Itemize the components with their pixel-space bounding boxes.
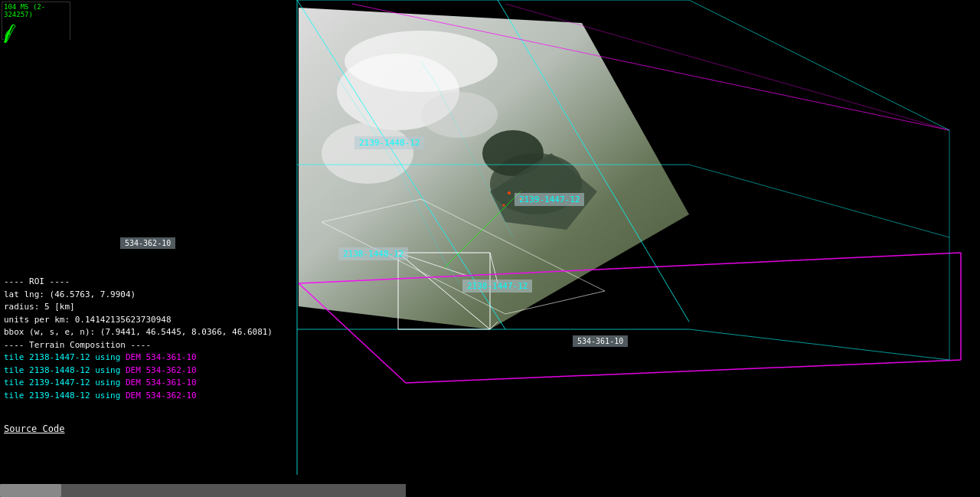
terrain-tile-row-0: tile 2138-1447-12 using DEM 534-361-10 (4, 351, 273, 365)
terrain-tile-cyan-0: tile 2138-1447-12 using (4, 352, 126, 362)
svg-line-30 (352, 4, 949, 130)
svg-marker-1 (299, 8, 689, 329)
svg-line-10 (498, 0, 689, 322)
svg-line-34 (689, 329, 949, 360)
svg-line-24 (322, 199, 421, 222)
terrain-tile-magenta-2: DEM 534-361-10 (126, 378, 197, 387)
svg-line-22 (322, 222, 505, 314)
tile-2139-1447-12-label: 2139-1447-12 (514, 193, 584, 206)
tile-2138-1447-12-label: 2138-1447-12 (462, 280, 532, 293)
info-panel: ---- ROI ---- lat lng: (46.5763, 7.9904)… (4, 276, 273, 402)
scrollbar-thumb[interactable] (0, 484, 61, 497)
terrain-tile-magenta-3: DEM 534-362-10 (126, 391, 197, 401)
svg-point-38 (503, 204, 505, 207)
perf-monitor: 104 MS (2-324257) (2, 2, 70, 40)
svg-line-25 (505, 291, 605, 314)
svg-point-36 (508, 191, 511, 195)
3d-scene-svg (0, 0, 980, 475)
terrain-tiles-list: tile 2138-1447-12 using DEM 534-361-10ti… (4, 351, 273, 402)
svg-point-4 (345, 31, 498, 92)
svg-line-21 (490, 322, 498, 329)
svg-line-14 (398, 253, 490, 329)
terrain-tile-cyan-3: tile 2139-1448-12 using (4, 391, 126, 401)
terrain-tile-magenta-0: DEM 534-361-10 (126, 352, 197, 362)
svg-line-33 (689, 165, 949, 237)
svg-marker-0 (299, 8, 689, 329)
dem-534-362-10-label: 534-362-10 (120, 237, 175, 249)
svg-point-3 (322, 123, 413, 184)
terrain-tile-cyan-2: tile 2139-1447-12 using (4, 378, 126, 387)
terrain-tile-row-3: tile 2139-1448-12 using DEM 534-362-10 (4, 390, 273, 403)
perf-graph (4, 20, 70, 46)
dem-534-361-10-label: 534-361-10 (573, 335, 628, 347)
tile-2139-1448-12-label: 2139-1448-12 (354, 136, 424, 149)
bbox: bbox (w, s, e, n): (7.9441, 46.5445, 8.0… (4, 326, 273, 339)
terrain-tile-magenta-1: DEM 534-362-10 (126, 365, 197, 375)
scrollbar[interactable] (0, 484, 406, 497)
roi-header: ---- ROI ---- (4, 276, 273, 289)
svg-marker-8 (490, 153, 597, 230)
svg-point-2 (337, 54, 459, 130)
units: units per km: 0.14142135623730948 (4, 314, 273, 327)
radius: radius: 5 [km] (4, 301, 273, 314)
tile-2138-1448-12-label: 2138-1448-12 (338, 247, 408, 260)
svg-line-23 (421, 199, 605, 291)
perf-title: 104 MS (2-324257) (2, 2, 70, 19)
source-code-link[interactable]: Source Code (4, 423, 64, 434)
terrain-tile-row-2: tile 2139-1447-12 using DEM 534-361-10 (4, 377, 273, 390)
terrain-tile-cyan-1: tile 2138-1448-12 using (4, 365, 126, 375)
svg-line-9 (297, 0, 505, 329)
svg-point-37 (520, 198, 522, 201)
svg-line-26 (299, 253, 961, 283)
svg-line-31 (505, 4, 949, 130)
svg-line-32 (689, 0, 949, 130)
terrain-tile-row-1: tile 2138-1448-12 using DEM 534-362-10 (4, 365, 273, 378)
svg-point-7 (490, 153, 582, 214)
svg-point-6 (482, 130, 544, 176)
svg-line-27 (299, 283, 406, 383)
svg-line-20 (490, 253, 498, 283)
svg-point-5 (421, 92, 498, 138)
svg-line-28 (406, 360, 961, 383)
terrain-header: ---- Terrain Composition ---- (4, 339, 273, 352)
lat-lng: lat lng: (46.5763, 7.9904) (4, 289, 273, 302)
svg-line-19 (398, 253, 467, 276)
